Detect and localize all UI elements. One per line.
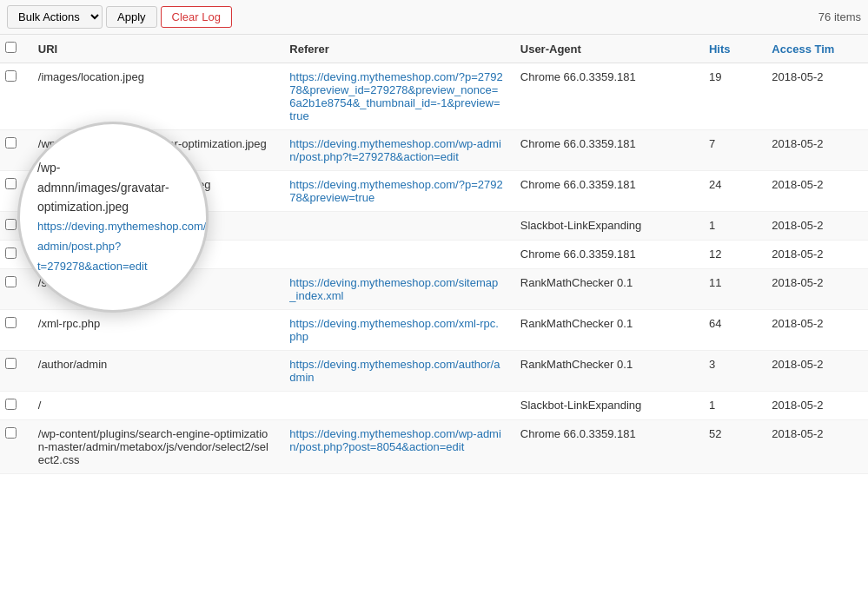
row-access-time: 2018-05-2 [763, 130, 868, 171]
row-referer [281, 241, 511, 269]
row-hits: 1 [700, 212, 763, 241]
header-useragent: User-Agent [512, 35, 700, 63]
row-referer: https://deving.mythemeshop.com/?p=279278… [281, 171, 511, 212]
row-useragent: Chrome 66.0.3359.181 [512, 171, 700, 212]
row-access-time: 2018-05-2 [763, 310, 868, 351]
table-row: /images/gravatar-optimization.jpeghttps:… [0, 171, 868, 212]
row-referer: https://deving.mythemeshop.com/author/ad… [281, 351, 511, 392]
row-checkbox[interactable] [5, 247, 17, 259]
table-container: URI Referer User-Agent Hits Access Tim /… [0, 35, 868, 474]
row-useragent: RankMathChecker 0.1 [512, 310, 700, 351]
select-all-checkbox[interactable] [5, 42, 17, 53]
table-row: /seo-checkupChrome 66.0.3359.181122018-0… [0, 241, 868, 269]
row-hits: 12 [700, 241, 763, 269]
referer-link[interactable]: https://deving.mythemeshop.com/xml-rpc.p… [289, 317, 499, 343]
row-uri: /author/admin [30, 351, 282, 392]
row-uri: /images/gravatar-optimization.jpeg [30, 171, 282, 212]
row-access-time: 2018-05-2 [763, 269, 868, 310]
row-useragent: Chrome 66.0.3359.181 [512, 130, 700, 171]
row-hits: 64 [700, 310, 763, 351]
row-useragent: Chrome 66.0.3359.181 [512, 241, 700, 269]
row-access-time: 2018-05-2 [763, 241, 868, 269]
row-checkbox-cell [0, 212, 30, 241]
referer-link[interactable]: https://deving.mythemeshop.com/wp-admin/… [289, 427, 501, 453]
row-hits: 1 [700, 392, 763, 420]
row-checkbox-cell [0, 269, 30, 310]
row-checkbox[interactable] [5, 219, 17, 230]
row-checkbox-cell [0, 241, 30, 269]
row-uri: / [30, 392, 282, 420]
row-hits: 19 [700, 63, 763, 130]
row-checkbox-cell [0, 171, 30, 212]
row-checkbox[interactable] [5, 276, 17, 287]
row-uri: /sitemap_index.xml [30, 269, 282, 310]
referer-link[interactable]: https://deving.mythemeshop.com/author/ad… [289, 358, 500, 384]
row-useragent: Chrome 66.0.3359.181 [512, 420, 700, 474]
row-checkbox[interactable] [5, 178, 17, 189]
table-row: /images/location.jpeghttps://deving.myth… [0, 63, 868, 130]
row-access-time: 2018-05-2 [763, 63, 868, 130]
bulk-actions-select[interactable]: Bulk Actions [7, 5, 103, 29]
row-checkbox-cell [0, 351, 30, 392]
header-access-time[interactable]: Access Tim [763, 35, 868, 63]
row-checkbox-cell [0, 130, 30, 171]
referer-link[interactable]: https://deving.mythemeshop.com/?p=279278… [289, 178, 502, 204]
row-uri: /images/location.jpeg [30, 63, 282, 130]
toolbar: Bulk Actions Apply Clear Log 76 items [0, 0, 868, 35]
clear-log-button[interactable]: Clear Log [161, 6, 232, 28]
table-row: /xml-rpc.phphttps://deving.mythemeshop.c… [0, 310, 868, 351]
row-useragent: Slackbot-LinkExpanding [512, 392, 700, 420]
row-referer [281, 392, 511, 420]
table-header: URI Referer User-Agent Hits Access Tim [0, 35, 868, 63]
row-hits: 52 [700, 420, 763, 474]
row-checkbox[interactable] [5, 399, 17, 410]
header-referer: Referer [281, 35, 511, 63]
table-row: /Slackbot-LinkExpanding12018-05-2 [0, 212, 868, 241]
row-uri: /xml-rpc.php [30, 310, 282, 351]
row-checkbox-cell [0, 420, 30, 474]
header-hits[interactable]: Hits [700, 35, 763, 63]
row-access-time: 2018-05-2 [763, 171, 868, 212]
row-referer [281, 212, 511, 241]
table-body: /images/location.jpeghttps://deving.myth… [0, 63, 868, 474]
row-useragent: RankMathChecker 0.1 [512, 351, 700, 392]
row-checkbox[interactable] [5, 427, 17, 439]
row-checkbox-cell [0, 392, 30, 420]
apply-button[interactable]: Apply [106, 6, 157, 28]
row-uri: /wp-admnn/images/gravatar-optimization.j… [30, 130, 282, 171]
header-check [0, 35, 30, 63]
row-hits: 7 [700, 130, 763, 171]
row-hits: 11 [700, 269, 763, 310]
row-useragent: Slackbot-LinkExpanding [512, 212, 700, 241]
row-checkbox[interactable] [5, 137, 17, 148]
referer-link[interactable]: https://deving.mythemeshop.com/?p=279278… [289, 70, 502, 122]
row-useragent: RankMathChecker 0.1 [512, 269, 700, 310]
referer-link[interactable]: https://deving.mythemeshop.com/sitemap_i… [289, 276, 498, 302]
row-uri: /seo-checkup [30, 241, 282, 269]
referer-link[interactable]: https://deving.mythemeshop.com/wp-admin/… [289, 137, 501, 163]
row-checkbox[interactable] [5, 358, 17, 369]
log-table: URI Referer User-Agent Hits Access Tim /… [0, 35, 868, 474]
table-row: /wp-admnn/images/gravatar-optimization.j… [0, 130, 868, 171]
row-access-time: 2018-05-2 [763, 420, 868, 474]
header-uri: URI [30, 35, 282, 63]
row-access-time: 2018-05-2 [763, 351, 868, 392]
toolbar-left: Bulk Actions Apply Clear Log [7, 5, 232, 29]
table-row: /wp-content/plugins/search-engine-optimi… [0, 420, 868, 474]
row-checkbox[interactable] [5, 70, 17, 82]
row-useragent: Chrome 66.0.3359.181 [512, 63, 700, 130]
row-uri: / [30, 212, 282, 241]
row-referer: https://deving.mythemeshop.com/wp-admin/… [281, 130, 511, 171]
row-uri: /wp-content/plugins/search-engine-optimi… [30, 420, 282, 474]
row-access-time: 2018-05-2 [763, 212, 868, 241]
row-referer: https://deving.mythemeshop.com/sitemap_i… [281, 269, 511, 310]
row-referer: https://deving.mythemeshop.com/xml-rpc.p… [281, 310, 511, 351]
table-row: /author/adminhttps://deving.mythemeshop.… [0, 351, 868, 392]
row-hits: 24 [700, 171, 763, 212]
row-access-time: 2018-05-2 [763, 392, 868, 420]
row-hits: 3 [700, 351, 763, 392]
row-checkbox[interactable] [5, 317, 17, 328]
row-checkbox-cell [0, 63, 30, 130]
table-row: /sitemap_index.xmlhttps://deving.mytheme… [0, 269, 868, 310]
row-checkbox-cell [0, 310, 30, 351]
